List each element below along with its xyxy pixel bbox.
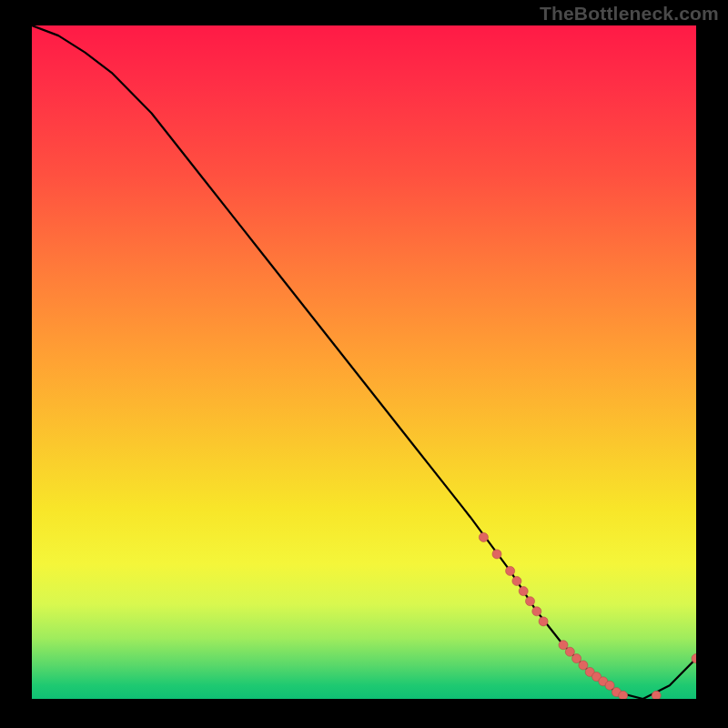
watermark-text: TheBottleneck.com: [540, 3, 719, 25]
marker-dot: [519, 587, 528, 596]
marker-dot: [526, 597, 535, 606]
marker-dot: [479, 532, 488, 541]
marker-dot: [652, 691, 661, 699]
marker-dot: [512, 577, 521, 586]
marker-dot: [532, 607, 541, 616]
marker-points: [479, 532, 696, 699]
marker-dot: [565, 647, 574, 656]
marker-dot: [579, 661, 588, 670]
marker-dot: [492, 550, 501, 559]
chart-canvas: TheBottleneck.com: [0, 0, 728, 728]
marker-dot: [605, 681, 614, 690]
marker-dot: [619, 691, 628, 699]
marker-dot: [539, 617, 548, 626]
bottleneck-curve: [32, 25, 696, 699]
marker-dot: [572, 654, 581, 663]
chart-svg: [32, 25, 696, 699]
marker-dot: [506, 566, 515, 575]
plot-area: [32, 25, 696, 699]
marker-dot: [559, 641, 568, 650]
